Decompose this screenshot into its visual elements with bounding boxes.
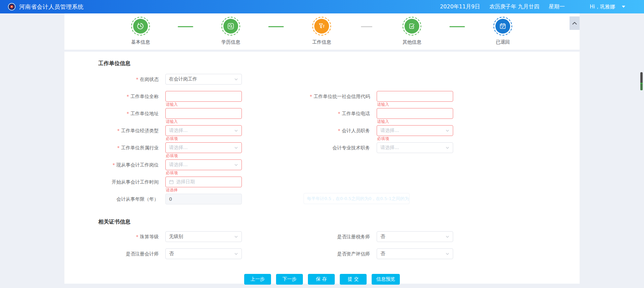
history-icon bbox=[137, 22, 145, 30]
tech-title-select[interactable]: 请选择... bbox=[377, 142, 453, 153]
step-other-info[interactable]: 其他信息 bbox=[388, 17, 435, 45]
field-label-industry: 工作单位所属行业 bbox=[98, 142, 159, 153]
form-card: 工作单位信息 在岗状态 在会计岗工作 工作单位全称 请输入 工作单位统一社会信用… bbox=[64, 52, 580, 284]
unit-address-input[interactable] bbox=[165, 108, 242, 119]
error-message: 请输入 bbox=[377, 119, 389, 124]
field-label-tech-title: 会计专业技术职务 bbox=[249, 142, 370, 153]
field-label-tax-agent: 是否注册税务师 bbox=[249, 231, 370, 242]
field-label-cpa: 是否注册会计师 bbox=[98, 248, 159, 259]
app-header: 河南省会计人员管理系统 2020年11月9日 农历庚子年 九月廿四 星期一 Hi… bbox=[0, 0, 644, 13]
field-label-econ-type: 工作单位经济类型 bbox=[98, 125, 159, 136]
field-label-start-time: 开始从事会计工作时间 bbox=[98, 177, 159, 187]
field-label-unit-name: 工作单位全称 bbox=[98, 91, 159, 102]
unit-phone-input[interactable] bbox=[377, 108, 453, 119]
field-label-acct-duty: 会计人员职务 bbox=[249, 125, 370, 136]
step-label: 基本信息 bbox=[131, 39, 150, 45]
section-title-work-unit: 工作单位信息 bbox=[98, 60, 580, 66]
credit-code-input[interactable] bbox=[377, 91, 453, 102]
work-unit-form: 在岗状态 在会计岗工作 工作单位全称 请输入 工作单位统一社会信用代码 请输入 bbox=[98, 74, 580, 204]
start-time-placeholder: 选择日期 bbox=[176, 179, 195, 185]
tax-agent-value: 否 bbox=[380, 234, 385, 240]
step-label: 其他信息 bbox=[402, 39, 421, 45]
start-time-datepicker[interactable]: 选择日期 bbox=[165, 177, 242, 187]
field-label-current-post: 现从事会计工作岗位 bbox=[98, 159, 159, 170]
form-actions: 上一步 下一步 保 存 提 交 信息预览 bbox=[64, 274, 580, 285]
tech-title-placeholder: 请选择... bbox=[380, 145, 399, 151]
status-select[interactable]: 在会计岗工作 bbox=[165, 74, 242, 85]
abacus-select[interactable]: 无级别 bbox=[165, 231, 242, 242]
error-message: 必填项 bbox=[377, 137, 389, 141]
chevron-down-icon bbox=[445, 129, 449, 133]
chevron-down-icon bbox=[445, 235, 449, 239]
econ-type-placeholder: 请选择... bbox=[169, 128, 187, 134]
chevron-down-icon bbox=[234, 146, 238, 150]
unit-name-input[interactable] bbox=[165, 91, 242, 102]
save-button[interactable]: 保 存 bbox=[308, 274, 335, 285]
abacus-value: 无级别 bbox=[169, 234, 183, 240]
error-message: 必填项 bbox=[166, 154, 178, 158]
current-post-select[interactable]: 请选择... bbox=[165, 159, 242, 170]
industry-select[interactable]: 请选择... bbox=[165, 142, 242, 153]
step-returned[interactable]: 已退回 bbox=[479, 17, 526, 45]
funnel-icon bbox=[318, 22, 326, 30]
error-message: 请输入 bbox=[166, 102, 178, 107]
status-value: 在会计岗工作 bbox=[169, 76, 197, 82]
step-connector bbox=[268, 26, 284, 27]
user-menu[interactable]: Hi，巩雅娜 bbox=[571, 0, 644, 13]
chevron-up-icon bbox=[572, 21, 577, 25]
prev-step-button[interactable]: 上一步 bbox=[244, 274, 271, 285]
cpa-select[interactable]: 否 bbox=[165, 248, 242, 259]
step-connector bbox=[449, 26, 465, 27]
chevron-down-icon bbox=[234, 252, 238, 256]
chevron-down-icon bbox=[234, 77, 238, 81]
step-connector bbox=[361, 26, 372, 27]
step-label: 学历信息 bbox=[221, 39, 240, 45]
certificates-form: 珠算等级 无级别 是否注册税务师 否 是否注册会计师 bbox=[98, 231, 580, 259]
back-to-top-button[interactable] bbox=[570, 16, 580, 30]
error-message: 必填项 bbox=[166, 171, 178, 175]
user-greeting: Hi，巩雅娜 bbox=[590, 4, 615, 10]
scrollbar-thumb[interactable] bbox=[640, 72, 643, 90]
field-label-credit-code: 工作单位统一社会信用代码 bbox=[249, 91, 370, 102]
lunar-date-text: 农历庚子年 九月廿四 bbox=[489, 3, 539, 10]
field-label-status: 在岗状态 bbox=[98, 74, 159, 85]
info-preview-button[interactable]: 信息预览 bbox=[372, 274, 400, 285]
current-post-placeholder: 请选择... bbox=[169, 162, 187, 168]
step-label: 已退回 bbox=[496, 39, 510, 45]
error-message: 请选择 bbox=[166, 188, 178, 192]
years-hint-tooltip: 每半年计0.5，在0-0.5之间的为0，在0.5-1之间的为0.5 bbox=[304, 193, 410, 204]
calendar-icon bbox=[169, 180, 174, 184]
step-label: 工作信息 bbox=[312, 39, 331, 45]
error-message: 必填项 bbox=[166, 137, 178, 141]
error-message: 请输入 bbox=[166, 119, 178, 124]
step-connector bbox=[178, 26, 193, 27]
acct-duty-select[interactable]: 请选择... bbox=[377, 125, 453, 136]
page-title: 河南省会计人员管理系统 bbox=[19, 3, 84, 11]
error-message: 请输入 bbox=[377, 102, 389, 107]
acct-duty-placeholder: 请选择... bbox=[380, 128, 399, 134]
field-label-appraiser: 是否资产评估师 bbox=[249, 248, 370, 259]
field-label-unit-phone: 工作单位电话 bbox=[249, 108, 370, 119]
cpa-value: 否 bbox=[169, 251, 174, 257]
chevron-down-icon bbox=[234, 163, 238, 167]
step-education-info[interactable]: 学历信息 bbox=[207, 17, 254, 45]
section-title-certificates: 相关证书信息 bbox=[98, 219, 580, 225]
next-step-button[interactable]: 下一步 bbox=[276, 274, 303, 285]
field-label-abacus: 珠算等级 bbox=[98, 231, 159, 242]
weekday-text: 星期一 bbox=[549, 3, 565, 10]
date-text: 2020年11月9日 bbox=[440, 3, 480, 10]
chevron-down-icon bbox=[234, 235, 238, 239]
appraiser-select[interactable]: 否 bbox=[377, 248, 453, 259]
chevron-down-icon bbox=[622, 6, 625, 8]
step-work-info[interactable]: 工作信息 bbox=[298, 17, 345, 45]
tax-agent-select[interactable]: 否 bbox=[377, 231, 453, 242]
appraiser-value: 否 bbox=[380, 251, 385, 257]
submit-button[interactable]: 提 交 bbox=[340, 274, 367, 285]
years-value: 0 bbox=[169, 196, 172, 202]
calendar-check-icon bbox=[499, 22, 507, 30]
chevron-down-icon bbox=[234, 129, 238, 133]
econ-type-select[interactable]: 请选择... bbox=[165, 125, 242, 136]
field-label-years: 会计从事年限（年） bbox=[98, 194, 159, 204]
header-brand: 河南省会计人员管理系统 bbox=[0, 3, 84, 11]
step-basic-info[interactable]: 基本信息 bbox=[117, 17, 164, 45]
